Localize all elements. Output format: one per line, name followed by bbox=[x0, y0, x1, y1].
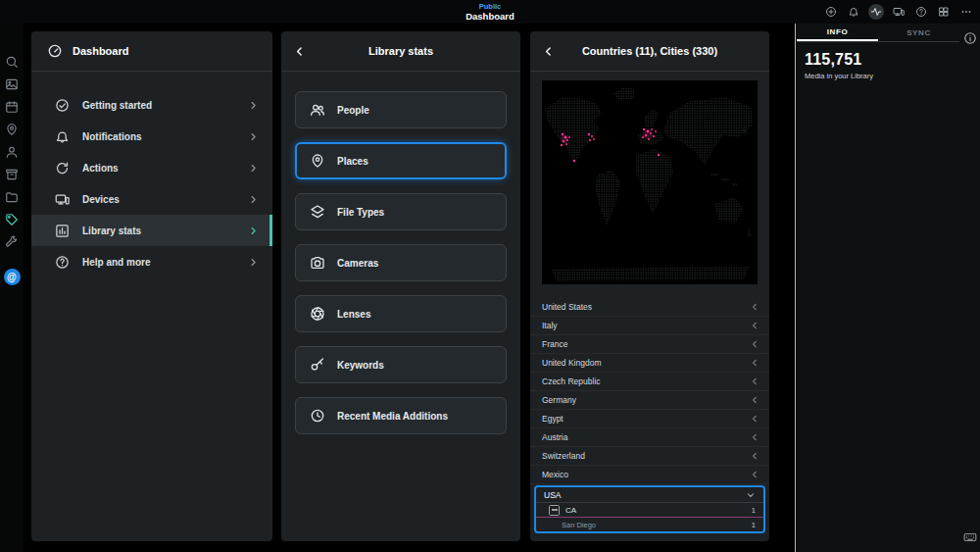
stats-button-keywords[interactable]: Keywords bbox=[295, 346, 507, 383]
aperture-icon bbox=[310, 306, 325, 322]
stats-button-file-types[interactable]: File Types bbox=[295, 193, 507, 230]
country-row[interactable]: Germany bbox=[530, 391, 769, 410]
library-stats-header: Library stats bbox=[281, 31, 520, 72]
help-button[interactable] bbox=[913, 4, 929, 20]
notifications-button[interactable] bbox=[846, 4, 861, 20]
back-button[interactable] bbox=[281, 31, 317, 71]
tab-info[interactable]: INFO bbox=[797, 24, 878, 41]
apps-button[interactable] bbox=[936, 4, 952, 20]
menu-item-label: Notifications bbox=[82, 131, 142, 142]
expand-chevron-icon bbox=[750, 414, 760, 424]
expand-chevron-icon bbox=[750, 376, 760, 386]
chevron-left-icon bbox=[542, 45, 555, 58]
search-icon[interactable] bbox=[5, 55, 19, 69]
stats-button-people[interactable]: People bbox=[295, 91, 507, 128]
indeterminate-checkbox[interactable] bbox=[549, 505, 560, 516]
country-row[interactable]: Switzerland bbox=[530, 447, 769, 466]
photos-icon[interactable] bbox=[5, 77, 19, 91]
devices-icon bbox=[55, 192, 70, 207]
country-row[interactable]: United States bbox=[530, 298, 769, 317]
menu-item-getting-started[interactable]: Getting started bbox=[31, 89, 272, 121]
wrench-icon[interactable] bbox=[5, 235, 19, 249]
expand-chevron-icon bbox=[750, 339, 760, 349]
city-row[interactable]: San Diego 1 bbox=[536, 518, 763, 531]
devices-icon bbox=[893, 6, 905, 18]
country-row[interactable]: Czech Republic bbox=[530, 373, 769, 391]
stats-button-label: Cameras bbox=[337, 258, 378, 269]
activity-button[interactable] bbox=[868, 4, 884, 20]
clock-icon bbox=[310, 408, 325, 424]
country-label: Germany bbox=[542, 395, 576, 405]
refresh-icon bbox=[55, 161, 70, 176]
menu-item-help-and-more[interactable]: Help and more bbox=[31, 246, 272, 277]
stats-button-label: People bbox=[337, 105, 369, 116]
archive-icon[interactable] bbox=[5, 168, 19, 181]
right-rail bbox=[959, 24, 980, 552]
chevron-right-icon bbox=[248, 131, 259, 142]
country-label: Austria bbox=[542, 432, 567, 442]
key-icon bbox=[310, 357, 325, 373]
country-label: Switzerland bbox=[542, 451, 585, 461]
menu-item-notifications[interactable]: Notifications bbox=[31, 121, 272, 152]
stats-button-places[interactable]: Places bbox=[295, 142, 507, 179]
tag-icon[interactable] bbox=[5, 213, 19, 226]
places-header: Countries (11), Cities (330) bbox=[530, 31, 769, 72]
stats-button-cameras[interactable]: Cameras bbox=[295, 244, 507, 281]
folder-icon[interactable] bbox=[5, 190, 19, 204]
chevron-right-icon bbox=[248, 257, 259, 268]
keyboard-icon[interactable] bbox=[963, 530, 977, 544]
stats-button-lenses[interactable]: Lenses bbox=[295, 295, 507, 332]
chevron-right-icon bbox=[248, 100, 259, 111]
stats-button-label: Lenses bbox=[337, 309, 370, 320]
person-icon[interactable] bbox=[5, 145, 19, 159]
country-row[interactable]: Mexico bbox=[530, 466, 769, 484]
dashboard-panel: Dashboard Getting started Notifications … bbox=[31, 31, 272, 541]
media-count: 115,751 bbox=[805, 51, 952, 69]
stats-button-label: Places bbox=[337, 156, 368, 167]
country-label: United States bbox=[542, 302, 592, 312]
country-list: United States Italy France United Kingdo… bbox=[530, 298, 769, 484]
region-row[interactable]: CA 1 bbox=[536, 503, 763, 518]
stats-button-label: Recent Media Additions bbox=[337, 411, 448, 422]
expand-chevron-icon bbox=[750, 321, 760, 330]
library-stats-panel: Library stats People Places File Types C… bbox=[281, 31, 520, 541]
menu-item-library-stats[interactable]: Library stats bbox=[31, 215, 272, 246]
country-label: Mexico bbox=[542, 470, 568, 479]
tab-sync[interactable]: SYNC bbox=[878, 24, 959, 41]
menu-item-label: Actions bbox=[82, 163, 119, 174]
country-row[interactable]: Italy bbox=[530, 317, 769, 335]
country-row[interactable]: Egypt bbox=[530, 410, 769, 428]
info-icon[interactable] bbox=[963, 31, 977, 45]
expand-chevron-icon bbox=[750, 358, 760, 368]
devices-button[interactable] bbox=[891, 4, 906, 20]
topbar-actions bbox=[823, 4, 974, 20]
check-circle-icon bbox=[55, 98, 70, 113]
plus-circle-icon bbox=[825, 6, 837, 18]
stats-button-recent-media[interactable]: Recent Media Additions bbox=[295, 397, 507, 434]
country-row[interactable]: United Kingdom bbox=[530, 354, 769, 373]
calendar-icon[interactable] bbox=[5, 100, 19, 114]
more-button[interactable] bbox=[958, 4, 974, 20]
country-label: Czech Republic bbox=[542, 376, 601, 386]
country-row[interactable]: France bbox=[530, 335, 769, 354]
expanded-country-row[interactable]: USA bbox=[536, 487, 763, 503]
dashboard-panel-header: Dashboard bbox=[31, 31, 272, 72]
library-visibility-label: Public bbox=[479, 3, 502, 11]
menu-item-actions[interactable]: Actions bbox=[31, 152, 272, 183]
page-title: Dashboard bbox=[466, 12, 514, 22]
map-pin-icon bbox=[310, 153, 325, 169]
country-label: Egypt bbox=[542, 414, 564, 424]
avatar[interactable]: @ bbox=[4, 269, 21, 285]
menu-item-devices[interactable]: Devices bbox=[31, 183, 272, 215]
library-stats-list: People Places File Types Cameras Lenses … bbox=[281, 72, 520, 434]
back-button[interactable] bbox=[530, 31, 565, 71]
people-icon bbox=[310, 102, 325, 118]
country-label: France bbox=[542, 339, 567, 349]
map-pin-icon[interactable] bbox=[5, 123, 19, 136]
camera-icon bbox=[310, 255, 325, 271]
panel-resize-divider[interactable] bbox=[795, 24, 796, 552]
country-row[interactable]: Austria bbox=[530, 428, 769, 447]
dashboard-panel-title: Dashboard bbox=[73, 45, 128, 57]
collapse-chevron-icon bbox=[746, 490, 756, 500]
add-button[interactable] bbox=[823, 4, 839, 20]
